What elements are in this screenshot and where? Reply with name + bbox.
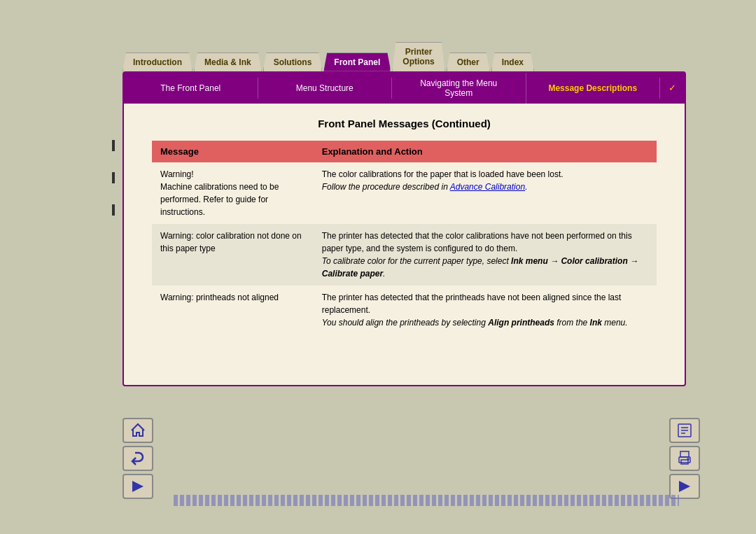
tab-other[interactable]: Other [447,52,490,71]
page-title: Front Panel Messages (Continued) [152,118,657,129]
sub-tab-front-panel[interactable]: The Front Panel [124,78,258,99]
explanation-cell-3: The printer has detected that the printh… [314,286,657,335]
sub-tab-message-descriptions[interactable]: Message Descriptions [526,78,661,99]
messages-table: Message Explanation and Action Warning!M… [152,141,657,335]
sub-tab-navigating[interactable]: Navigating the Menu System [392,73,526,104]
advance-calibration-link[interactable]: Advance Calibration [450,182,525,192]
content-area: The Front Panel Menu Structure Navigatin… [122,71,686,386]
contents-button[interactable] [669,418,700,443]
message-cell-3: Warning: printheads not aligned [152,286,314,335]
explanation-cell-2: The printer has detected that the color … [314,224,657,286]
bottom-left-nav [122,418,153,499]
sub-tabs-row: The Front Panel Menu Structure Navigatin… [124,73,685,104]
forward-button[interactable] [122,474,153,499]
tab-printer-options[interactable]: Printer Options [392,42,444,71]
tab-media-ink[interactable]: Media & Ink [194,52,262,71]
svg-marker-9 [679,481,690,492]
tab-index[interactable]: Index [491,52,534,71]
content-body: Front Panel Messages (Continued) Message… [124,104,685,349]
check-icon: ✓ [660,77,685,99]
side-marker-1 [112,140,115,151]
print-button[interactable] [669,446,700,471]
decorative-strip [174,495,679,506]
sub-tab-menu-structure[interactable]: Menu Structure [258,78,393,99]
back-button[interactable] [122,446,153,471]
side-markers [112,140,115,216]
svg-rect-5 [680,451,689,457]
table-row: Warning: printheads not aligned The prin… [152,286,657,335]
tabs-navigation: Introduction Media & Ink Solutions Front… [122,42,686,71]
message-cell-1: Warning!Machine calibrations need to be … [152,162,314,224]
strip-pattern [174,495,679,506]
svg-point-8 [687,458,689,460]
column-header-message: Message [152,141,314,162]
column-header-explanation: Explanation and Action [314,141,657,162]
table-row: Warning!Machine calibrations need to be … [152,162,657,224]
home-button[interactable] [122,418,153,443]
side-marker-3 [112,204,115,216]
message-cell-2: Warning: color calibration not done on t… [152,224,314,286]
bottom-right-nav [669,418,700,499]
table-header-row: Message Explanation and Action [152,141,657,162]
explanation-cell-1: The color calibrations for the paper tha… [314,162,657,224]
tab-front-panel[interactable]: Front Panel [323,52,391,71]
svg-marker-0 [132,481,144,492]
tab-solutions[interactable]: Solutions [263,52,323,71]
svg-rect-7 [681,460,688,464]
tab-introduction[interactable]: Introduction [122,52,192,71]
table-row: Warning: color calibration not done on t… [152,224,657,286]
side-marker-2 [112,172,115,183]
